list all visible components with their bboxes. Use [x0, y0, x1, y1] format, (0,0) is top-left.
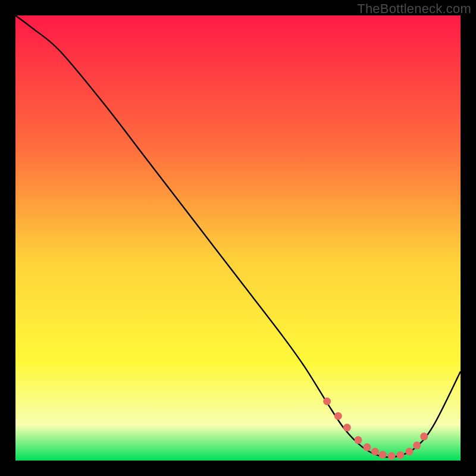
marker-dot — [420, 433, 428, 440]
marker-dot — [397, 452, 405, 459]
chart-frame: TheBottleneck.com — [0, 0, 476, 476]
chart-svg — [15, 15, 461, 461]
marker-dot — [323, 397, 331, 405]
watermark-text: TheBottleneck.com — [357, 1, 471, 17]
marker-dot — [343, 424, 351, 431]
marker-dot — [371, 448, 379, 456]
marker-dot — [406, 448, 414, 456]
gradient-backdrop — [15, 15, 461, 461]
marker-dot — [379, 451, 387, 459]
plot-area — [15, 15, 461, 461]
marker-dot — [355, 436, 362, 444]
marker-dot — [413, 441, 421, 449]
marker-dot — [334, 412, 342, 420]
marker-dot — [363, 443, 371, 451]
marker-dot — [388, 452, 396, 460]
